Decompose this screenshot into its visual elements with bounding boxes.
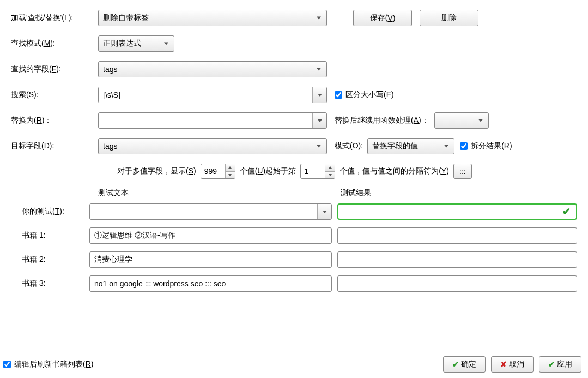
delete-button[interactable]: 删除 (420, 10, 478, 26)
refresh-list-checkbox[interactable]: 编辑后刷新书籍列表(R) (3, 359, 93, 369)
book1-label: 书籍 1: (11, 231, 89, 241)
spin-down-icon[interactable] (226, 172, 235, 179)
dest-field-dropdown[interactable]: tags (98, 138, 327, 154)
cross-icon: ✘ (500, 360, 507, 369)
search-input[interactable]: [\s\S] (98, 87, 327, 103)
spin-up-icon[interactable] (226, 164, 235, 172)
cancel-button[interactable]: ✘取消 (491, 356, 534, 373)
spin-up-icon[interactable] (325, 164, 335, 172)
replace-input[interactable] (98, 112, 327, 129)
dest-mode-dropdown[interactable]: 替换字段的值 (367, 138, 454, 154)
load-label: 加载'查找/替换'(L): (11, 13, 98, 23)
chevron-down-icon[interactable] (317, 204, 331, 219)
split-result-checkbox[interactable]: 拆分结果(R) (460, 141, 512, 151)
your-test-result: ✔ (337, 203, 577, 220)
save-button[interactable]: 保存(V) (353, 10, 412, 26)
test-text-header: 测试文本 (98, 188, 341, 198)
your-test-input[interactable] (89, 203, 332, 220)
dest-field-label: 目标字段(D): (11, 141, 98, 151)
spin-down-icon[interactable] (325, 172, 335, 179)
ok-button[interactable]: ✔确定 (443, 356, 486, 373)
search-field-label: 查找的字段(F): (11, 64, 98, 74)
chevron-down-icon[interactable] (312, 87, 326, 103)
search-for-label: 搜索(S): (11, 90, 98, 100)
replace-func-label: 替换后继续用函数处理(A)： (335, 116, 429, 125)
your-test-label: 你的测试(T): (11, 207, 89, 217)
multi-show-label: 对于多值字段，显示(S) (117, 166, 196, 176)
case-sensitive-checkbox[interactable]: 区分大小写(E) (335, 90, 394, 100)
replace-func-dropdown[interactable] (434, 112, 489, 129)
replace-with-label: 替换为(R)： (11, 116, 98, 125)
book2-input[interactable]: 消费心理学 (89, 251, 332, 268)
search-replace-panel: 加载'查找/替换'(L): 删除自带标签 保存(V) 删除 查找模式(M): 正… (0, 0, 588, 292)
load-preset-dropdown[interactable]: 删除自带标签 (98, 10, 327, 26)
multi-sep-label: 个值，值与值之间的分隔符为(Y) (340, 166, 449, 176)
check-icon: ✔ (562, 206, 571, 218)
dest-mode-label: 模式(O): (335, 141, 363, 151)
book2-result (337, 251, 577, 268)
chevron-down-icon[interactable] (312, 113, 326, 128)
check-icon: ✔ (548, 360, 555, 369)
apply-button[interactable]: ✔应用 (539, 356, 581, 373)
book1-input[interactable]: ①逻辑思维 ②汉语-写作 (89, 227, 332, 244)
search-mode-dropdown[interactable]: 正则表达式 (98, 35, 174, 52)
show-count-spinner[interactable]: 999 (201, 164, 235, 179)
start-at-spinner[interactable]: 1 (300, 164, 335, 179)
test-result-header: 测试结果 (341, 188, 371, 198)
book3-label: 书籍 3: (11, 279, 89, 289)
multi-start-label: 个值(U)起始于第 (240, 166, 296, 176)
separator-button[interactable]: ::: (453, 164, 472, 179)
search-field-dropdown[interactable]: tags (98, 61, 327, 77)
book3-result (337, 275, 577, 292)
book3-input[interactable]: no1 on google ::: wordpress seo ::: seo (89, 275, 332, 292)
book2-label: 书籍 2: (11, 255, 89, 265)
search-mode-label: 查找模式(M): (11, 39, 98, 49)
book1-result (337, 227, 577, 244)
check-icon: ✔ (452, 360, 459, 369)
